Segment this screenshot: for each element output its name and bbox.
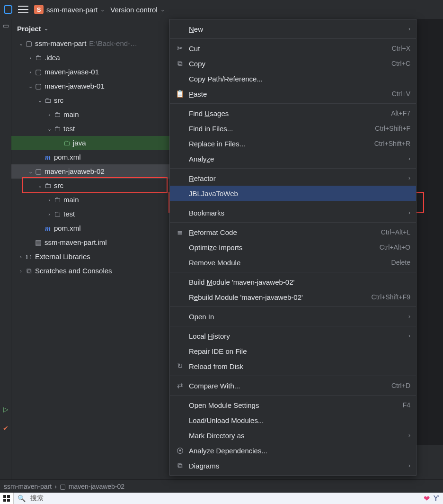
breadcrumb-item[interactable]: ssm-maven-part bbox=[4, 483, 52, 490]
tree-folder-test[interactable]: ›🗀test bbox=[11, 207, 172, 221]
menu-copy[interactable]: ⧉CopyCtrl+C bbox=[170, 56, 416, 71]
menu-separator bbox=[170, 203, 416, 203]
windows-taskbar: 🔍 搜索 ❤ Ƴ bbox=[0, 493, 443, 504]
tree-folder-idea[interactable]: ›🗀.idea bbox=[11, 51, 172, 65]
start-button[interactable] bbox=[0, 493, 13, 504]
tree-folder-test[interactable]: ⌄🗀test bbox=[11, 122, 172, 136]
menu-separator bbox=[170, 103, 416, 104]
taskbar-tray: ❤ Ƴ bbox=[146, 494, 443, 503]
search-icon: 🔍 bbox=[18, 495, 26, 502]
titlebar: S ssm-maven-part ⌄ Version control ⌄ bbox=[0, 0, 443, 19]
menu-diagrams[interactable]: ⧉Diagrams› bbox=[170, 458, 416, 473]
heart-icon: ❤ bbox=[424, 494, 430, 503]
menu-new[interactable]: New› bbox=[170, 21, 416, 36]
menu-open-module-settings[interactable]: Open Module SettingsF4 bbox=[170, 397, 416, 413]
menu-separator bbox=[170, 395, 416, 396]
context-menu: New› ✂CutCtrl+X ⧉CopyCtrl+C Copy Path/Re… bbox=[169, 19, 416, 476]
menu-build-module[interactable]: Build Module 'maven-javaweb-02' bbox=[170, 274, 416, 289]
menu-separator bbox=[170, 222, 416, 223]
menu-separator bbox=[170, 306, 416, 307]
menu-find-in-files[interactable]: Find in Files...Ctrl+Shift+F bbox=[170, 121, 416, 136]
menu-analyze-deps[interactable]: ⦿Analyze Dependencies... bbox=[170, 443, 416, 458]
menu-separator bbox=[170, 272, 416, 272]
project-badge: S bbox=[34, 5, 44, 14]
project-panel-title[interactable]: Project ⌄ bbox=[11, 23, 172, 36]
menu-separator bbox=[170, 376, 416, 376]
menu-separator bbox=[170, 38, 416, 39]
chevron-down-icon: ⌄ bbox=[44, 26, 48, 32]
menu-cut[interactable]: ✂CutCtrl+X bbox=[170, 41, 416, 56]
menu-mark-directory[interactable]: Mark Directory as› bbox=[170, 428, 416, 443]
tree-file-pom[interactable]: mpom.xml bbox=[11, 150, 172, 164]
tree-folder-java[interactable]: 🗀java bbox=[11, 136, 172, 150]
test-tool-button[interactable]: ✔ bbox=[0, 422, 11, 435]
menu-remove-module[interactable]: Remove ModuleDelete bbox=[170, 255, 416, 270]
svg-rect-1 bbox=[7, 495, 10, 498]
project-selector[interactable]: S ssm-maven-part ⌄ bbox=[34, 5, 105, 14]
menu-load-unload[interactable]: Load/Unload Modules... bbox=[170, 413, 416, 428]
menu-find-usages[interactable]: Find UsagesAlt+F7 bbox=[170, 106, 416, 121]
chevron-down-icon: ⌄ bbox=[160, 7, 165, 13]
project-panel: Project ⌄ ⌄▢ssm-maven-partE:\Back-end-… … bbox=[11, 19, 172, 474]
tree-root[interactable]: ⌄▢ssm-maven-partE:\Back-end-… bbox=[11, 36, 172, 51]
menu-compare-with[interactable]: ⇄Compare With...Ctrl+D bbox=[170, 378, 416, 393]
tree-folder-main[interactable]: ›🗀main bbox=[11, 193, 172, 207]
breadcrumb-item[interactable]: maven-javaweb-02 bbox=[69, 483, 124, 490]
menu-paste[interactable]: 📋PasteCtrl+V bbox=[170, 86, 416, 101]
tree-module-javaweb01[interactable]: ⌄▢maven-javaweb-01 bbox=[11, 79, 172, 93]
taskbar-search[interactable]: 🔍 搜索 bbox=[13, 493, 146, 504]
search-placeholder: 搜索 bbox=[30, 494, 44, 503]
chevron-down-icon: ⌄ bbox=[100, 7, 105, 13]
menu-bookmarks[interactable]: Bookmarks› bbox=[170, 205, 416, 220]
tree-module-javase01[interactable]: ›▢maven-javase-01 bbox=[11, 65, 172, 79]
tree-file-iml[interactable]: ▤ssm-maven-part.iml bbox=[11, 235, 172, 250]
vcs-label: Version control bbox=[110, 6, 157, 14]
left-tool-stripe: ▭ ▷ ✔ bbox=[0, 19, 11, 504]
tree-module-javaweb02[interactable]: ⌄▢maven-javaweb-02 bbox=[11, 164, 172, 179]
menu-refactor[interactable]: Refactor› bbox=[170, 171, 416, 186]
menu-separator bbox=[170, 326, 416, 326]
menu-repair-ide[interactable]: Repair IDE on File bbox=[170, 343, 416, 359]
menu-reformat[interactable]: ≣Reformat CodeCtrl+Alt+L bbox=[170, 225, 416, 240]
menu-analyze[interactable]: Analyze› bbox=[170, 151, 416, 166]
module-icon: ▢ bbox=[60, 483, 66, 490]
vcs-selector[interactable]: Version control ⌄ bbox=[110, 6, 164, 14]
menu-separator bbox=[170, 168, 416, 169]
menu-replace-in-files[interactable]: Replace in Files...Ctrl+Shift+R bbox=[170, 136, 416, 151]
app-logo-icon bbox=[4, 5, 12, 14]
breadcrumb: ssm-maven-part › ▢ maven-javaweb-02 bbox=[0, 479, 443, 493]
svg-rect-0 bbox=[3, 495, 6, 498]
menu-rebuild-module[interactable]: Rebuild Module 'maven-javaweb-02'Ctrl+Sh… bbox=[170, 289, 416, 305]
tree-folder-main[interactable]: ›🗀main bbox=[11, 108, 172, 122]
tree-folder-src[interactable]: ⌄🗀src bbox=[11, 93, 172, 108]
menu-open-in[interactable]: Open In› bbox=[170, 309, 416, 324]
menu-local-history[interactable]: Local History› bbox=[170, 328, 416, 343]
main-menu-button[interactable] bbox=[18, 6, 28, 13]
svg-rect-3 bbox=[7, 499, 10, 502]
menu-copy-path[interactable]: Copy Path/Reference... bbox=[170, 71, 416, 86]
run-tool-button[interactable]: ▷ bbox=[0, 403, 11, 416]
svg-rect-2 bbox=[3, 499, 6, 502]
tree-file-pom[interactable]: mpom.xml bbox=[11, 221, 172, 235]
menu-reload-disk[interactable]: ↻Reload from Disk bbox=[170, 359, 416, 374]
project-tree: ⌄▢ssm-maven-partE:\Back-end-… ›🗀.idea ›▢… bbox=[11, 36, 172, 278]
tree-scratches[interactable]: ›⧉Scratches and Consoles bbox=[11, 264, 172, 278]
tree-external-libraries[interactable]: ›⫾⫾External Libraries bbox=[11, 250, 172, 264]
tree-folder-src[interactable]: ⌄🗀src bbox=[11, 179, 172, 193]
chevron-right-icon: › bbox=[54, 483, 57, 490]
project-tool-button[interactable]: ▭ bbox=[0, 19, 11, 32]
menu-jbljavatoweb[interactable]: JBLJavaToWeb bbox=[170, 186, 416, 201]
project-name: ssm-maven-part bbox=[46, 6, 97, 14]
menu-optimize-imports[interactable]: Optimize ImportsCtrl+Alt+O bbox=[170, 240, 416, 255]
stethoscope-icon: Ƴ bbox=[434, 494, 439, 503]
